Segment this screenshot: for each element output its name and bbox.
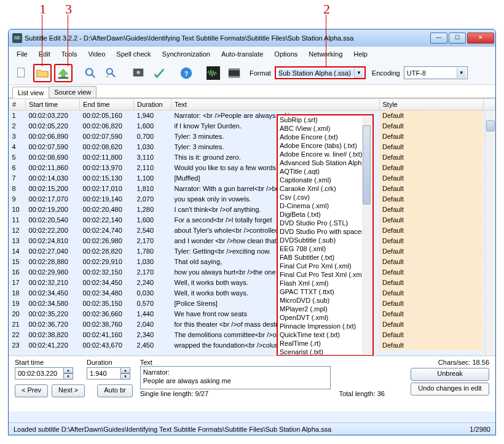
table-row[interactable]: 2100:02:36,72000:02:38,7602,040for this … <box>9 319 495 330</box>
unbreak-button[interactable]: Unbreak <box>411 368 489 381</box>
new-button[interactable] <box>12 64 31 82</box>
dropdown-item[interactable]: Captionate (.xml) <box>278 176 372 184</box>
starttime-input[interactable]: 00:02:03.220 <box>15 367 64 380</box>
dropdown-item[interactable]: Adobe Encore (tabs) (.txt) <box>278 141 372 150</box>
table-row[interactable]: 1000:02:19,20000:02:20,4801,280I can't t… <box>9 204 495 215</box>
autobr-button[interactable]: Auto br <box>97 384 132 397</box>
minimize-button[interactable]: — <box>430 33 447 44</box>
replace-button[interactable] <box>102 64 120 82</box>
table-row[interactable]: 200:02:05,22000:02:06,8201,600if I know … <box>9 121 495 131</box>
visual-sync-button[interactable] <box>129 64 148 82</box>
dropdown-item[interactable]: FAB Subtitler (.txt) <box>278 253 372 262</box>
waveform-button[interactable] <box>204 64 222 82</box>
dropdown-item[interactable]: Csv (.csv) <box>278 193 372 201</box>
menu-video[interactable]: Video <box>82 49 111 60</box>
table-row[interactable]: 1100:02:20,54000:02:22,1401,600For a sec… <box>9 215 495 225</box>
dropdown-item[interactable]: DVD Studio Pro (.STL) <box>278 219 372 227</box>
menu-edit[interactable]: Edit <box>33 49 56 60</box>
dropdown-item[interactable]: ABC iView (.xml) <box>278 124 372 133</box>
menu-options[interactable]: Options <box>269 49 303 60</box>
save-button[interactable] <box>54 64 73 82</box>
menu-file[interactable]: File <box>11 49 33 60</box>
duration-spinner[interactable]: ▲▼ <box>120 367 130 380</box>
scrollbar-thumb[interactable] <box>486 120 495 131</box>
dropdown-item[interactable]: RealTime (.rt) <box>278 339 372 348</box>
col-end[interactable]: End time <box>80 99 134 111</box>
dropdown-item[interactable]: DigiBeta (.txt) <box>278 210 372 219</box>
prev-button[interactable]: < Prev <box>15 384 48 397</box>
table-row[interactable]: 1200:02:22,20000:02:24,7402,540about Tyl… <box>9 225 495 236</box>
table-row[interactable]: 600:02:11,86000:02:13,9702,110Would you … <box>9 163 495 173</box>
dropdown-item[interactable]: AQTitle (.aqt) <box>278 167 372 176</box>
dropdown-item[interactable]: MPlayer2 (.mpl) <box>278 305 372 313</box>
table-row[interactable]: 2000:02:35,22000:02:36,6601,440We have f… <box>9 309 495 319</box>
dropdown-item[interactable]: MicroDVD (.sub) <box>278 296 372 305</box>
menu-help[interactable]: Help <box>348 49 373 60</box>
next-button[interactable]: Next > <box>52 384 85 397</box>
dropdown-item[interactable]: Flash Xml (.xml) <box>278 279 372 287</box>
dropdown-item[interactable]: Adobe Encore w. line# (.txt) <box>278 150 372 158</box>
text-input[interactable]: Narrator:People are always asking me <box>140 366 331 389</box>
table-row[interactable]: 900:02:17,07000:02:19,1402,070you speak … <box>9 194 495 204</box>
duration-input[interactable]: 1.940 <box>87 367 121 380</box>
table-row[interactable]: 700:02:14,03000:02:15,1301,100[Muffled]D… <box>9 173 495 184</box>
maximize-button[interactable]: ☐ <box>449 33 466 44</box>
find-button[interactable] <box>81 64 100 82</box>
dropdown-item[interactable]: Scenarist (.txt) <box>278 348 372 355</box>
table-row[interactable]: 1300:02:24,81000:02:26,9802,170and I won… <box>9 236 495 246</box>
spellcheck-button[interactable] <box>150 64 168 82</box>
dropdown-item[interactable]: Caraoke Xml (.crk) <box>278 184 372 193</box>
table-row[interactable]: 2200:02:38,82000:02:41,1602,340The demol… <box>9 330 495 340</box>
table-row[interactable]: 500:02:08,69000:02:11,8003,110This is it… <box>9 152 495 163</box>
dropdown-item[interactable]: GPAC TTXT (.ttxt) <box>278 287 372 296</box>
tab-listview[interactable]: List view <box>12 87 49 98</box>
table-row[interactable]: 300:02:06,89000:02:07,5900,700Tyler: 3 m… <box>9 131 495 142</box>
menu-autotranslate[interactable]: Auto-translate <box>216 49 269 60</box>
grid-scrollbar[interactable] <box>485 112 495 356</box>
table-row[interactable]: 800:02:15,20000:02:17,0101,810Narrator: … <box>9 184 495 194</box>
dropdown-item[interactable]: D-Cinema (.xml) <box>278 201 372 210</box>
starttime-spinner[interactable]: ▲▼ <box>63 367 73 380</box>
close-button[interactable]: ✕ <box>467 33 494 44</box>
format-combo[interactable]: Sub Station Alpha (.ssa) ▼ <box>275 66 366 79</box>
table-row[interactable]: 1400:02:27,04000:02:28,8201,780Tyler: Ge… <box>9 246 495 257</box>
dropdown-item[interactable]: Final Cut Pro Xml (.xml) <box>278 262 372 270</box>
menu-sync[interactable]: Synchronization <box>157 49 216 60</box>
open-file-button[interactable] <box>33 64 52 82</box>
dropdown-item[interactable]: Advanced Sub Station Alpha <box>278 158 372 167</box>
table-row[interactable]: 1900:02:34,58000:02:35,1500,570[Police S… <box>9 298 495 309</box>
undo-button[interactable]: Undo changes in edit <box>411 383 489 395</box>
dropdown-item[interactable]: OpenDVT (.xml) <box>278 313 372 322</box>
table-row[interactable]: 400:02:07,59000:02:08,6201,030Tyler: 3 m… <box>9 142 495 152</box>
dropdown-item[interactable]: QuickTime text (.txt) <box>278 330 372 339</box>
col-dur[interactable]: Duration <box>134 99 171 111</box>
menu-tools[interactable]: Tools <box>56 49 83 60</box>
video-button[interactable] <box>225 64 243 82</box>
dropdown-item[interactable]: EEG 708 (.xml) <box>278 244 372 253</box>
table-row[interactable]: 1800:02:34,45000:02:34,4800,030Well, it … <box>9 288 495 298</box>
encoding-combo[interactable]: UTF-8 ▼ <box>404 66 468 79</box>
col-num[interactable]: # <box>9 99 26 111</box>
scrollbar-thumb[interactable] <box>363 125 371 204</box>
col-text[interactable]: Text <box>171 99 380 111</box>
dropdown-item[interactable]: Final Cut Pro Test Xml (.xml) <box>278 270 372 279</box>
subtitle-grid[interactable]: # Start time End time Duration Text Styl… <box>9 98 495 356</box>
table-row[interactable]: 1600:02:29,98000:02:32,1502,170how you a… <box>9 267 495 278</box>
dropdown-item[interactable]: DVDSubtitle (.sub) <box>278 236 372 244</box>
titlebar[interactable]: SE Subtitle Edit 3.2.2 - D:\AfterDawn\Gu… <box>9 29 495 47</box>
tab-sourceview[interactable]: Source view <box>49 86 96 98</box>
col-start[interactable]: Start time <box>26 99 80 111</box>
help-button[interactable]: ? <box>177 64 195 82</box>
dropdown-item[interactable]: Adobe Encore (.txt) <box>278 133 372 141</box>
dropdown-item[interactable]: SubRip (.srt) <box>278 115 372 124</box>
format-dropdown: SubRip (.srt)ABC iView (.xml)Adobe Encor… <box>277 114 374 356</box>
table-row[interactable]: 2300:02:41,22000:02:43,6702,450wrapped t… <box>9 340 495 351</box>
table-row[interactable]: 1500:02:28,88000:02:29,9101,030That old … <box>9 257 495 267</box>
dropdown-scrollbar[interactable] <box>362 117 371 354</box>
menu-spellcheck[interactable]: Spell check <box>111 49 156 60</box>
col-style[interactable]: Style <box>379 99 483 111</box>
dropdown-item[interactable]: Pinnacle Impression (.txt) <box>278 322 372 330</box>
table-row[interactable]: 1700:02:32,21000:02:34,4502,240Well, it … <box>9 278 495 288</box>
dropdown-item[interactable]: DVD Studio Pro with spaces <box>278 227 372 236</box>
table-row[interactable]: 100:02:03,22000:02:05,1601,940Narrator: … <box>9 111 495 121</box>
